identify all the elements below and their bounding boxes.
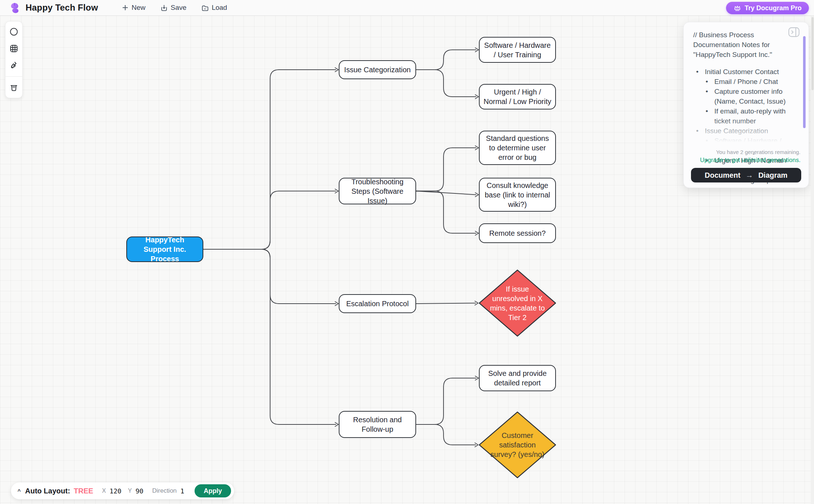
page-title: Happy Tech Flow	[26, 3, 98, 13]
node-label: Troubleshooting Steps (Software Issue)	[343, 177, 412, 205]
layout-x-input[interactable]: 120	[110, 487, 122, 495]
upgrade-link[interactable]: Upgrade to get unlimited generations.	[691, 157, 800, 163]
circle-shape-tool-button[interactable]	[7, 24, 21, 39]
diagram-node-resolution[interactable]: Resolution and Follow-up	[339, 411, 416, 438]
grid-tool-button[interactable]	[7, 41, 21, 56]
window-scrollbar[interactable]	[811, 16, 814, 504]
generations-remaining-text: You have 2 generations remaining.	[691, 149, 800, 155]
try-pro-label: Try Docugram Pro	[745, 4, 802, 12]
diagram-node-sw-hw[interactable]: Software / Hardware / User Training	[479, 37, 556, 63]
panel-collapse-button[interactable]	[788, 27, 800, 37]
folder-icon	[201, 4, 209, 12]
diagram-node-issue-cat[interactable]: Issue Categorization	[339, 60, 416, 79]
app-logo-icon	[8, 1, 21, 14]
node-label: Standard questions to determine user err…	[483, 134, 552, 162]
layout-y-input[interactable]: 90	[135, 487, 143, 495]
new-button[interactable]: New	[122, 4, 146, 12]
auto-layout-label: Auto Layout:	[25, 487, 70, 495]
panel-bullet-item: •Issue Categorization	[693, 126, 798, 136]
load-button-label: Load	[212, 4, 227, 12]
diagram-node-standard-q[interactable]: Standard questions to determine user err…	[479, 131, 556, 165]
crown-icon	[733, 4, 741, 12]
window-scrollbar-thumb[interactable]	[811, 17, 814, 90]
diagram-node-troubleshooting[interactable]: Troubleshooting Steps (Software Issue)	[339, 178, 416, 204]
layout-x-label: X	[102, 488, 106, 494]
apply-layout-button[interactable]: Apply	[195, 484, 231, 497]
shape-toolbar	[5, 21, 23, 98]
diagram-node-root[interactable]: HappyTech Support Inc. Process	[126, 236, 203, 262]
brush-icon	[9, 61, 19, 70]
save-icon	[160, 4, 168, 12]
toolbar-divider	[5, 76, 22, 77]
node-label: Consult knowledge base (link to internal…	[483, 181, 552, 209]
save-button[interactable]: Save	[160, 4, 187, 12]
panel-bullet-item: •Capture customer info (Name, Contact, I…	[693, 87, 798, 107]
node-label: HappyTech Support Inc. Process	[131, 235, 199, 263]
document-to-diagram-button[interactable]: Document → Diagram	[691, 168, 801, 182]
diagram-node-survey-diamond[interactable]: Customer satisfaction survey? (yes/no)	[479, 411, 556, 478]
try-pro-button[interactable]: Try Docugram Pro	[726, 2, 809, 14]
node-label: Customer satisfaction survey? (yes/no)	[489, 431, 545, 459]
circle-icon	[9, 27, 19, 36]
new-button-label: New	[132, 4, 146, 12]
load-button[interactable]: Load	[201, 4, 227, 12]
node-label: Remote session?	[489, 228, 546, 238]
node-label: Urgent / High / Normal / Low Priority	[483, 87, 552, 106]
diagram-node-escalation[interactable]: Escalation Protocol	[339, 294, 416, 313]
convert-to-label: Diagram	[758, 171, 787, 180]
collapse-panel-icon	[788, 27, 800, 37]
panel-footer: You have 2 generations remaining. Upgrad…	[691, 149, 801, 182]
document-notes-panel: // Business Process Documentation Notes …	[683, 22, 809, 188]
layout-direction-input[interactable]: 1	[180, 487, 184, 495]
panel-bullet-item: •Initial Customer Contact	[693, 67, 798, 77]
panel-bullet-item: •Email / Phone / Chat	[693, 77, 798, 87]
layout-direction-label: Direction	[152, 487, 177, 495]
header-menu: New Save Load	[122, 4, 227, 12]
panel-bullet-item: •If email, auto-reply with ticket number	[693, 107, 798, 126]
arrow-right-icon: →	[745, 171, 753, 180]
diagram-node-remote[interactable]: Remote session?	[479, 223, 556, 243]
convert-from-label: Document	[705, 171, 741, 180]
clean-canvas-tool-button[interactable]	[7, 58, 21, 73]
node-label: If issue unresolved in X mins, escalate …	[489, 284, 545, 322]
panel-scrollbar[interactable]	[803, 36, 806, 128]
app-header: Happy Tech Flow New Save Load	[0, 0, 814, 16]
delete-tool-button[interactable]	[7, 80, 21, 95]
node-label: Software / Hardware / User Training	[483, 41, 552, 59]
auto-layout-bar: ^ Auto Layout: TREE X 120 Y 90 Direction…	[11, 482, 234, 499]
grid-icon	[9, 44, 19, 53]
save-button-label: Save	[171, 4, 187, 12]
node-label: Resolution and Follow-up	[343, 415, 412, 434]
layout-y-label: Y	[128, 488, 132, 494]
plus-icon	[122, 4, 129, 11]
collapse-layout-bar-button[interactable]: ^	[17, 488, 22, 494]
trash-icon	[9, 83, 19, 92]
node-label: Escalation Protocol	[346, 299, 408, 308]
layout-mode-value[interactable]: TREE	[74, 487, 93, 495]
diagram-node-urgent[interactable]: Urgent / High / Normal / Low Priority	[479, 84, 556, 109]
node-label: Solve and provide detailed report	[483, 369, 552, 388]
node-label: Issue Categorization	[344, 65, 411, 74]
diagram-node-solve[interactable]: Solve and provide detailed report	[479, 365, 556, 391]
diagram-node-consult-kb[interactable]: Consult knowledge base (link to internal…	[479, 178, 556, 212]
notes-heading: // Business Process Documentation Notes …	[693, 30, 798, 60]
diagram-node-escalate-diamond[interactable]: If issue unresolved in X mins, escalate …	[479, 269, 556, 337]
